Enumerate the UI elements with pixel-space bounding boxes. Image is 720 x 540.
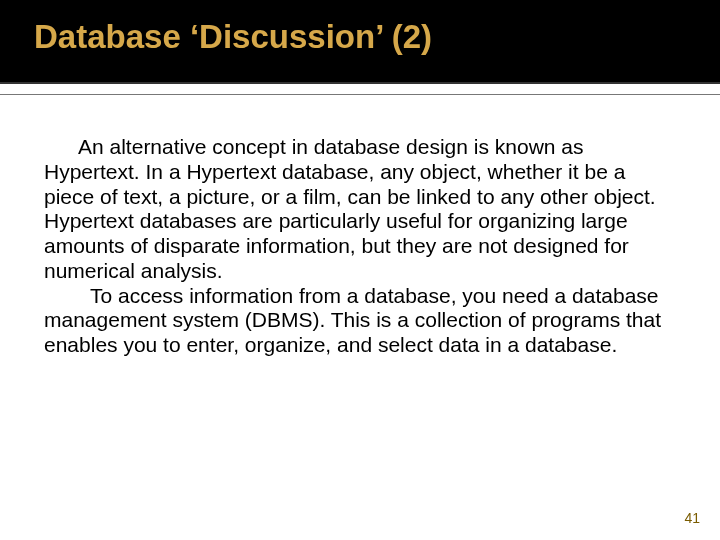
paragraph-2: To access information from a database, y… (44, 284, 676, 358)
page-number: 41 (684, 510, 700, 526)
paragraph-1: An alternative concept in database desig… (44, 135, 676, 284)
paragraph-1-text: An alternative concept in database desig… (44, 135, 656, 282)
body-content: An alternative concept in database desig… (0, 95, 720, 358)
title-band: Database ‘Discussion’ (2) (0, 0, 720, 84)
slide-title: Database ‘Discussion’ (2) (34, 18, 720, 56)
paragraph-2-text: To access information from a database, y… (44, 284, 661, 357)
